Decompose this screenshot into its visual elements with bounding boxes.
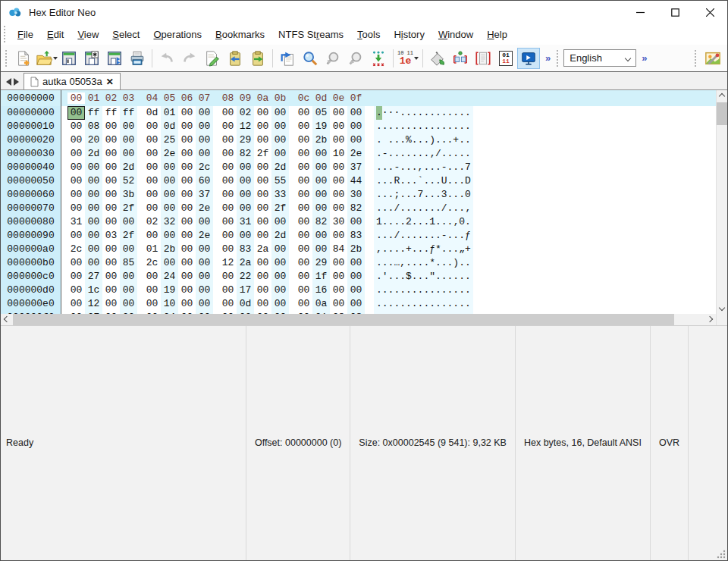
ascii-char[interactable]: .	[423, 284, 429, 297]
toolbar-overflow-chevron-icon[interactable]: »	[642, 52, 646, 64]
hex-byte[interactable]: 00	[254, 270, 271, 284]
ascii-char[interactable]: ‚	[453, 215, 459, 229]
open-file-icon[interactable]	[35, 48, 58, 69]
hex-byte[interactable]: 2c	[67, 243, 85, 256]
hex-byte[interactable]: 00	[347, 215, 365, 229]
hex-byte[interactable]: 24	[161, 270, 178, 284]
hex-byte[interactable]: 00	[102, 256, 120, 270]
hex-byte[interactable]: 2b	[347, 243, 365, 256]
ascii-char[interactable]: .	[459, 120, 465, 133]
hex-byte[interactable]: 00	[178, 174, 196, 188]
ascii-char[interactable]: .	[441, 270, 447, 284]
hex-byte[interactable]: 1c	[85, 284, 102, 297]
ascii-char[interactable]: .	[418, 297, 424, 311]
ascii-char[interactable]: .	[435, 256, 441, 270]
hex-byte[interactable]: 00	[219, 133, 237, 147]
scroll-up-icon[interactable]	[717, 90, 728, 102]
close-button[interactable]	[692, 1, 727, 24]
hex-byte[interactable]: 00	[295, 106, 312, 120]
hex-byte[interactable]: 32	[161, 215, 178, 229]
hex-byte[interactable]: 19	[312, 120, 330, 133]
hex-byte[interactable]: 2e	[196, 202, 213, 215]
hex-byte[interactable]: 00	[271, 120, 289, 133]
ascii-char[interactable]: .	[406, 229, 412, 243]
ascii-char[interactable]: .	[459, 202, 465, 215]
hex-byte[interactable]: 00	[271, 243, 289, 256]
ascii-char[interactable]: .	[400, 188, 406, 202]
menu-view[interactable]: View	[71, 26, 105, 43]
ascii-char[interactable]: .	[447, 106, 453, 120]
save-selection-icon[interactable]	[103, 48, 126, 69]
ascii-char[interactable]: .	[447, 147, 453, 161]
hex-byte[interactable]: 2e	[196, 229, 213, 243]
hex-byte[interactable]: 00	[254, 161, 271, 174]
hex-byte[interactable]: 83	[347, 229, 365, 243]
ascii-char[interactable]: .	[382, 229, 388, 243]
ascii-char[interactable]: .	[447, 188, 453, 202]
hex-byte[interactable]: 00	[120, 270, 137, 284]
hex-byte[interactable]: 00	[312, 202, 330, 215]
dropdown-caret-icon[interactable]	[414, 57, 419, 60]
ascii-char[interactable]: .	[400, 243, 406, 256]
hex-byte[interactable]: 00	[271, 256, 289, 270]
ascii-char[interactable]: .	[453, 106, 459, 120]
ascii-char[interactable]: .	[388, 161, 394, 174]
hex-byte[interactable]: 00	[295, 161, 312, 174]
binary-view-icon[interactable]: 0111	[494, 48, 517, 69]
hex-byte[interactable]: 00	[271, 297, 289, 311]
hex-byte[interactable]: 00	[102, 297, 120, 311]
hex-byte[interactable]: 2e	[347, 147, 365, 161]
scroll-down-icon[interactable]	[717, 302, 728, 314]
hex-byte[interactable]: 00	[178, 161, 196, 174]
tab-scroll-left-icon[interactable]	[6, 78, 11, 86]
print-icon[interactable]	[126, 48, 149, 69]
hex-byte[interactable]: 00	[67, 120, 85, 133]
ascii-char[interactable]: .	[447, 243, 453, 256]
hex-byte[interactable]: 00	[196, 297, 213, 311]
ascii-char[interactable]: .	[418, 243, 424, 256]
paste-special-icon[interactable]	[276, 48, 299, 69]
hex-byte[interactable]: 00	[85, 256, 102, 270]
vertical-scrollbar[interactable]	[716, 90, 727, 325]
hex-byte[interactable]: 00	[330, 174, 347, 188]
tab-close-icon[interactable]: ✕	[106, 77, 114, 87]
ascii-char[interactable]: .	[429, 174, 435, 188]
ascii-char[interactable]: .	[423, 229, 429, 243]
ascii-char[interactable]: /	[394, 202, 400, 215]
ascii-char[interactable]: .	[400, 202, 406, 215]
hex-byte[interactable]: 2d	[271, 161, 289, 174]
ascii-char[interactable]: .	[423, 202, 429, 215]
hex-byte[interactable]: 00	[219, 270, 237, 284]
hex-byte[interactable]: 00	[295, 270, 312, 284]
ascii-char[interactable]: .	[400, 133, 406, 147]
menu-file[interactable]: File	[11, 26, 40, 43]
menu-operations[interactable]: Operations	[146, 26, 209, 43]
hex-byte[interactable]: 00	[271, 215, 289, 229]
hex-byte[interactable]: 00	[330, 284, 347, 297]
hex-byte[interactable]: 10	[330, 147, 347, 161]
ascii-char[interactable]: .	[465, 270, 471, 284]
hex-byte[interactable]: 12	[237, 120, 254, 133]
menu-help[interactable]: Help	[480, 26, 514, 43]
hex-byte[interactable]: 00	[178, 133, 196, 147]
ascii-char[interactable]: .	[459, 147, 465, 161]
ascii-char[interactable]: .	[400, 229, 406, 243]
find-previous-icon[interactable]	[344, 48, 367, 69]
ascii-char[interactable]: .	[441, 256, 447, 270]
ascii-char[interactable]: .	[465, 133, 471, 147]
hex-byte[interactable]: 00	[143, 147, 161, 161]
find-icon[interactable]	[299, 48, 322, 69]
ascii-char[interactable]: .	[429, 284, 435, 297]
ascii-char[interactable]: .	[400, 174, 406, 188]
ascii-char[interactable]: .	[406, 284, 412, 297]
ascii-char[interactable]: ,	[376, 243, 382, 256]
ascii-char[interactable]: .	[441, 284, 447, 297]
hex-byte[interactable]: 00	[178, 202, 196, 215]
toolbar-overflow-chevron-icon[interactable]: »	[545, 52, 550, 64]
hex-byte[interactable]: 00	[196, 215, 213, 229]
undo-icon[interactable]	[155, 48, 178, 69]
paste-icon[interactable]	[246, 48, 269, 69]
ascii-char[interactable]: 0	[465, 188, 471, 202]
hex-byte[interactable]: 00	[312, 174, 330, 188]
hex-byte[interactable]: 00	[143, 188, 161, 202]
